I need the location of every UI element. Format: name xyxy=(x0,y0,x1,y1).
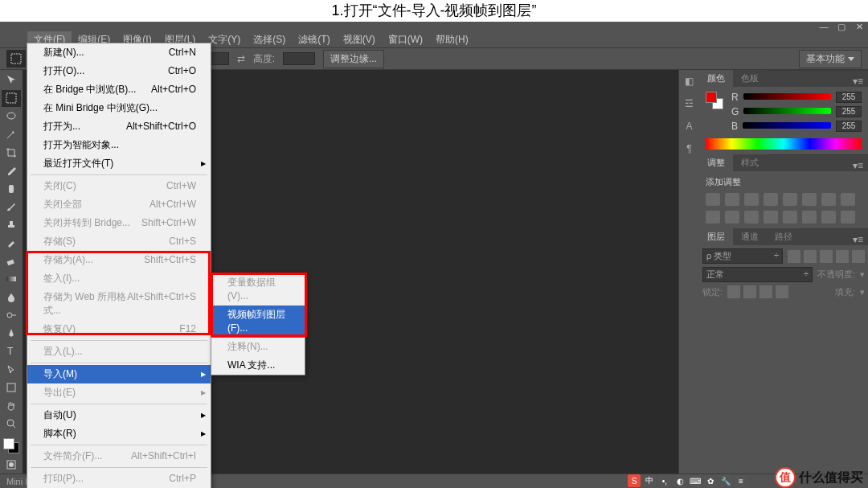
r-slider[interactable] xyxy=(743,93,831,101)
menu-filter[interactable]: 滤镜(T) xyxy=(292,31,336,48)
filter-shape-icon[interactable] xyxy=(836,250,849,263)
color-spectrum[interactable] xyxy=(706,138,862,150)
color-tab[interactable]: 颜色 xyxy=(699,70,733,87)
lock-transparent-icon[interactable] xyxy=(727,285,740,298)
path-select-tool[interactable] xyxy=(2,361,21,379)
ime-punct-icon[interactable]: •, xyxy=(658,474,671,487)
file-menu-item-4[interactable]: 打开为...Alt+Shift+Ctrl+O xyxy=(27,117,211,136)
maximize-button[interactable]: ▢ xyxy=(833,22,850,31)
styles-tab[interactable]: 样式 xyxy=(733,154,767,171)
swatches-tab[interactable]: 色板 xyxy=(733,70,767,87)
minimize-button[interactable]: — xyxy=(815,22,833,31)
r-value[interactable]: 255 xyxy=(836,92,862,103)
blur-tool[interactable] xyxy=(2,289,21,306)
character-panel-icon[interactable]: A xyxy=(682,118,698,134)
file-menu-item-19[interactable]: 导入(M)▶ xyxy=(27,365,211,383)
brightness-adjust-icon[interactable] xyxy=(706,193,720,206)
layer-filter-kind[interactable]: ρ 类型÷ xyxy=(702,248,783,264)
import-submenu-item-1[interactable]: 视频帧到图层(F)... xyxy=(211,306,305,338)
opacity-value[interactable]: ▾ xyxy=(860,269,865,280)
menu-window[interactable]: 窗口(W) xyxy=(382,31,429,48)
gradient-map-icon[interactable] xyxy=(821,211,836,223)
menu-help[interactable]: 帮助(H) xyxy=(429,31,475,48)
quick-mask-toggle[interactable] xyxy=(2,456,21,474)
ime-menu-icon[interactable]: ≡ xyxy=(735,474,747,487)
color-preview-swatch[interactable] xyxy=(706,92,723,109)
colorbalance-adjust-icon[interactable] xyxy=(821,193,836,206)
color-panel-menu[interactable]: ▾≡ xyxy=(848,76,868,87)
file-menu-item-3[interactable]: 在 Mini Bridge 中浏览(G)... xyxy=(27,99,211,117)
dodge-tool[interactable] xyxy=(2,307,21,325)
workspace-switcher[interactable]: 基本功能 xyxy=(799,50,862,68)
photo-filter-icon[interactable] xyxy=(706,211,720,223)
history-brush-tool[interactable] xyxy=(2,235,21,252)
ime-skin-icon[interactable]: ✿ xyxy=(704,474,717,487)
height-input[interactable] xyxy=(283,52,315,65)
stamp-tool[interactable] xyxy=(2,216,21,234)
filter-type-icon[interactable] xyxy=(820,250,833,263)
file-menu-item-1[interactable]: 打开(O)...Ctrl+O xyxy=(27,62,211,80)
posterize-adjust-icon[interactable] xyxy=(783,211,797,223)
paths-tab[interactable]: 路径 xyxy=(767,228,800,245)
file-menu-item-0[interactable]: 新建(N)...Ctrl+N xyxy=(27,43,211,62)
hue-adjust-icon[interactable] xyxy=(802,193,817,206)
layers-panel-menu[interactable]: ▾≡ xyxy=(848,234,868,245)
eyedropper-tool[interactable] xyxy=(2,162,21,180)
layers-tab[interactable]: 图层 xyxy=(699,228,733,245)
zoom-tool[interactable] xyxy=(2,416,21,433)
move-tool[interactable] xyxy=(2,72,21,89)
import-submenu-item-3[interactable]: WIA 支持... xyxy=(211,356,305,375)
adjust-panel-menu[interactable]: ▾≡ xyxy=(848,160,868,171)
properties-panel-icon[interactable]: ☲ xyxy=(682,96,698,112)
curves-adjust-icon[interactable] xyxy=(744,193,759,206)
file-menu-item-5[interactable]: 打开为智能对象... xyxy=(27,136,211,154)
channel-mixer-icon[interactable] xyxy=(725,211,739,223)
swap-icon[interactable]: ⇄ xyxy=(237,53,245,64)
menu-view[interactable]: 视图(V) xyxy=(337,31,382,48)
vibrance-adjust-icon[interactable] xyxy=(783,193,797,206)
history-panel-icon[interactable]: ◧ xyxy=(682,73,698,89)
type-tool[interactable]: T xyxy=(2,343,21,361)
lock-all-icon[interactable] xyxy=(776,285,788,298)
selective-color-icon[interactable] xyxy=(841,211,855,223)
ime-tool-icon[interactable]: 🔧 xyxy=(719,474,732,487)
pen-tool[interactable] xyxy=(2,325,21,342)
marquee-tool[interactable] xyxy=(2,90,21,108)
file-menu-item-23[interactable]: 脚本(R)▶ xyxy=(27,424,211,443)
hand-tool[interactable] xyxy=(2,397,21,415)
g-value[interactable]: 255 xyxy=(836,106,862,117)
filter-adjust-icon[interactable] xyxy=(804,250,817,263)
exposure-adjust-icon[interactable] xyxy=(764,193,778,206)
bw-adjust-icon[interactable] xyxy=(841,193,855,206)
crop-tool[interactable] xyxy=(2,144,21,162)
lock-pixels-icon[interactable] xyxy=(743,285,756,298)
filter-pixel-icon[interactable] xyxy=(788,250,800,263)
menu-select[interactable]: 选择(S) xyxy=(247,31,292,48)
ime-full-icon[interactable]: ◐ xyxy=(674,474,686,487)
heal-tool[interactable] xyxy=(2,180,21,198)
adjustments-tab[interactable]: 调整 xyxy=(699,154,733,171)
color-swatches[interactable] xyxy=(2,437,21,455)
file-menu-item-6[interactable]: 最近打开文件(T)▶ xyxy=(27,154,211,173)
sogou-icon[interactable]: S xyxy=(628,474,641,487)
color-lookup-icon[interactable] xyxy=(744,211,759,223)
b-slider[interactable] xyxy=(743,122,831,130)
current-tool-icon[interactable] xyxy=(6,50,26,68)
ime-soft-kbd-icon[interactable]: ⌨ xyxy=(689,474,702,487)
filter-smart-icon[interactable] xyxy=(852,250,865,263)
refine-edge-button[interactable]: 调整边缘... xyxy=(323,50,384,68)
wand-tool[interactable] xyxy=(2,126,21,144)
gradient-tool[interactable] xyxy=(2,271,21,289)
invert-adjust-icon[interactable] xyxy=(764,211,778,223)
levels-adjust-icon[interactable] xyxy=(725,193,739,206)
file-menu-item-22[interactable]: 自动(U)▶ xyxy=(27,406,211,424)
close-button[interactable]: ✕ xyxy=(850,22,868,31)
g-slider[interactable] xyxy=(743,108,831,116)
b-value[interactable]: 255 xyxy=(836,121,862,132)
shape-tool[interactable] xyxy=(2,379,21,397)
blend-mode-select[interactable]: 正常÷ xyxy=(702,267,813,282)
lasso-tool[interactable] xyxy=(2,108,21,125)
fill-value[interactable]: ▾ xyxy=(860,287,865,297)
threshold-adjust-icon[interactable] xyxy=(802,211,817,223)
eraser-tool[interactable] xyxy=(2,252,21,270)
